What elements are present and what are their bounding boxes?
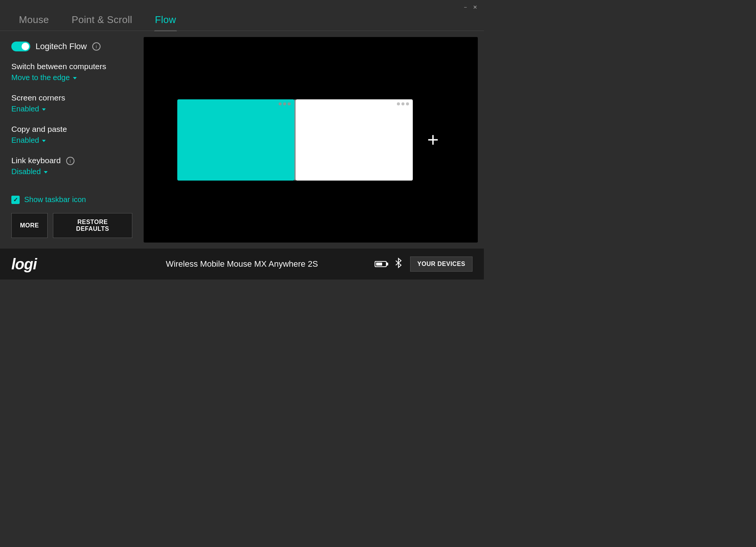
copy-paste-section: Copy and paste Enabled [11, 125, 132, 145]
dot-2 [283, 102, 286, 105]
switch-computers-title: Switch between computers [11, 62, 132, 71]
bluetooth-icon [394, 258, 403, 270]
add-screen-button[interactable]: + [422, 128, 445, 151]
bottom-buttons: MORE RESTORE DEFAULTS [11, 213, 132, 238]
screen-2 [296, 99, 413, 181]
tab-bar: Mouse Point & Scroll Flow [0, 0, 484, 31]
link-keyboard-section: Link keyboard i Disabled [11, 156, 132, 176]
more-button[interactable]: MORE [11, 213, 48, 238]
switch-computers-section: Switch between computers Move to the edg… [11, 62, 132, 82]
logitech-flow-toggle[interactable] [11, 42, 30, 51]
copy-paste-title: Copy and paste [11, 125, 132, 134]
battery-fill [376, 263, 382, 266]
screen-corners-value[interactable]: Enabled [11, 105, 132, 113]
logitech-flow-row: Logitech Flow i [11, 42, 132, 51]
title-bar: − ✕ [457, 0, 484, 14]
dot-5 [401, 102, 404, 105]
dot-4 [397, 102, 400, 105]
taskbar-icon-checkbox[interactable] [11, 196, 20, 204]
battery-icon [375, 261, 387, 267]
copy-paste-value[interactable]: Enabled [11, 136, 132, 145]
tab-mouse[interactable]: Mouse [8, 9, 60, 31]
screens-container: + [177, 99, 445, 181]
dot-3 [288, 102, 291, 105]
battery-body [375, 261, 387, 267]
footer-right: YOUR DEVICES [375, 257, 472, 272]
dot-6 [406, 102, 409, 105]
close-button[interactable]: ✕ [472, 4, 479, 11]
taskbar-icon-row: Show taskbar icon [11, 195, 132, 204]
footer: logi Wireless Mobile Mouse MX Anywhere 2… [0, 249, 484, 280]
flow-visualization: + [144, 37, 478, 243]
device-name: Wireless Mobile Mouse MX Anywhere 2S [166, 259, 318, 269]
screen-1-dots [279, 102, 291, 105]
screen-corners-title: Screen corners [11, 93, 132, 102]
logitech-flow-info-icon[interactable]: i [92, 42, 101, 51]
switch-computers-value[interactable]: Move to the edge [11, 73, 132, 82]
logi-logo: logi [11, 256, 37, 273]
copy-paste-chevron [42, 140, 46, 142]
screen-2-dots [397, 102, 409, 105]
screen-1 [177, 99, 294, 181]
link-keyboard-title: Link keyboard i [11, 156, 132, 165]
main-content: Logitech Flow i Switch between computers… [0, 31, 484, 249]
link-keyboard-chevron [44, 171, 48, 173]
tab-point-scroll[interactable]: Point & Scroll [60, 9, 144, 31]
logitech-flow-label: Logitech Flow [36, 42, 87, 51]
taskbar-icon-label[interactable]: Show taskbar icon [24, 195, 86, 204]
your-devices-button[interactable]: YOUR DEVICES [410, 257, 472, 272]
minimize-button[interactable]: − [462, 4, 469, 11]
left-panel: Logitech Flow i Switch between computers… [0, 31, 144, 249]
dot-1 [279, 102, 282, 105]
plus-icon: + [427, 130, 438, 150]
switch-computers-chevron [73, 77, 77, 79]
link-keyboard-info-icon[interactable]: i [66, 157, 74, 165]
tab-flow[interactable]: Flow [144, 9, 187, 31]
screen-corners-chevron [42, 108, 46, 111]
link-keyboard-value[interactable]: Disabled [11, 167, 132, 176]
screen-corners-section: Screen corners Enabled [11, 93, 132, 113]
restore-defaults-button[interactable]: RESTORE DEFAULTS [53, 213, 132, 238]
